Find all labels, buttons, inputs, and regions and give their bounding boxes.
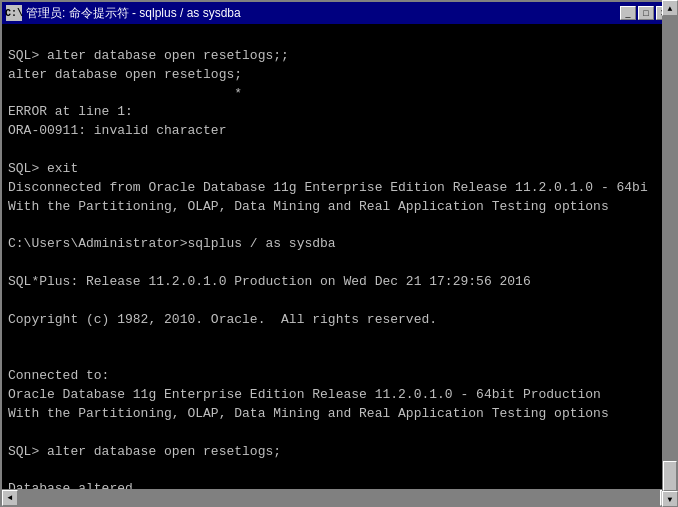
scrollbar-vertical: ▲ ▼ (662, 24, 676, 489)
window-icon: C:\ (6, 5, 22, 21)
scroll-track-horizontal (18, 490, 660, 505)
scrollbar-horizontal: ◄ ► (2, 489, 676, 505)
terminal-area: SQL> alter database open resetlogs;; alt… (2, 24, 676, 489)
scroll-thumb-vertical[interactable] (663, 461, 676, 489)
title-bar: C:\ 管理员: 命令提示符 - sqlplus / as sysdba _ □… (2, 2, 676, 24)
maximize-button[interactable]: □ (638, 6, 654, 20)
main-window: C:\ 管理员: 命令提示符 - sqlplus / as sysdba _ □… (0, 0, 678, 507)
terminal-content: SQL> alter database open resetlogs;; alt… (8, 28, 670, 489)
window-title: 管理员: 命令提示符 - sqlplus / as sysdba (26, 5, 241, 22)
minimize-button[interactable]: _ (620, 6, 636, 20)
scroll-left-button[interactable]: ◄ (2, 490, 18, 506)
scroll-track-vertical (662, 24, 676, 489)
title-bar-left: C:\ 管理员: 命令提示符 - sqlplus / as sysdba (6, 5, 241, 22)
